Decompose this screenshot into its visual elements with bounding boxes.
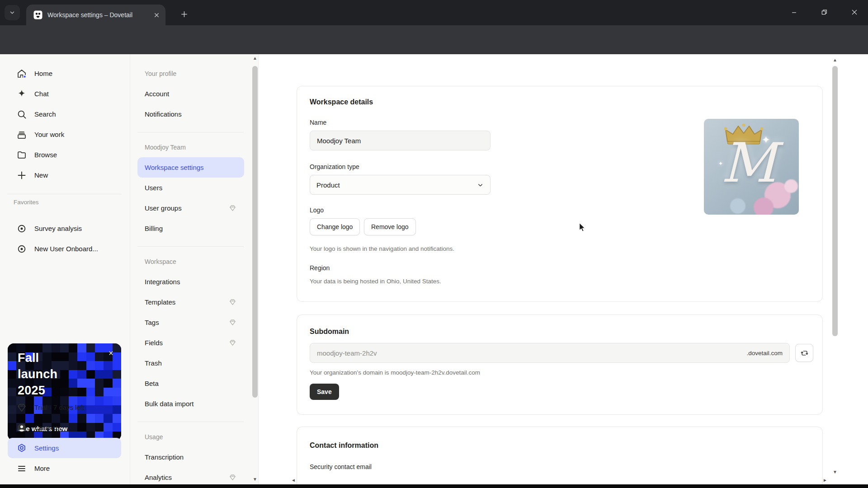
home-icon [16, 68, 27, 79]
sidebar-item-browse[interactable]: Browse [0, 145, 130, 165]
promo-pixel [104, 388, 112, 397]
leaf-decoration [730, 198, 745, 214]
organization-type-label: Organization type [310, 163, 359, 170]
gem-icon [229, 204, 236, 212]
promo-pixel [69, 388, 77, 397]
settings-nav-item-templates[interactable]: Templates [130, 292, 258, 312]
organization-type-select[interactable]: Product [310, 175, 491, 195]
settings-nav-item-account[interactable]: Account [130, 84, 258, 104]
settings-nav-item-beta[interactable]: Beta [130, 373, 258, 394]
settings-nav-item-trash[interactable]: Trash [130, 353, 258, 373]
settings-nav-item-users[interactable]: Users [130, 178, 258, 198]
promo-pixel [8, 379, 16, 388]
settings-nav-item-workspace-settings[interactable]: Workspace settings [137, 157, 244, 178]
promo-pixel [86, 388, 95, 397]
sidebar-item-more[interactable]: More [0, 458, 130, 479]
promo-pixel [104, 370, 112, 379]
promo-pixel [86, 370, 95, 379]
window-close-button[interactable] [845, 5, 863, 20]
sidebar-item-new[interactable]: New [0, 165, 130, 185]
settings-nav-item-integrations[interactable]: Integrations [130, 272, 258, 292]
settings-nav-item-notifications[interactable]: Notifications [130, 104, 258, 124]
main-scroll-left-arrow[interactable]: ◄ [291, 478, 296, 483]
promo-pixel [77, 352, 86, 361]
settings-nav-panel: Your profileAccountNotificationsMoodjoy … [130, 54, 259, 484]
new-tab-button[interactable] [177, 7, 191, 21]
settings-nav-divider [137, 246, 244, 247]
promo-pixel [69, 352, 77, 361]
minimize-icon [791, 9, 797, 16]
promo-pixel [95, 352, 104, 361]
chevron-down-icon [477, 182, 484, 188]
settings-nav-section-moodjoy-team: Moodjoy Team [145, 137, 186, 157]
restore-icon [821, 9, 828, 16]
save-button[interactable]: Save [310, 384, 339, 400]
promo-pixel [77, 388, 86, 397]
promo-close-button[interactable] [106, 348, 116, 358]
close-icon [851, 9, 858, 16]
security-contact-email-label: Security contact email [310, 463, 372, 470]
promo-pixel [69, 343, 77, 352]
promo-pixel [60, 388, 69, 397]
window-restore-button[interactable] [815, 5, 833, 20]
flower-decoration [754, 197, 774, 215]
favorites-section-label: Favorites [14, 199, 39, 206]
promo-pixel [8, 370, 16, 379]
subdomain-input[interactable]: moodjoy-team-2h2v .dovetail.com [310, 343, 790, 363]
main-scrollbar[interactable] [832, 66, 838, 336]
tab-close-icon[interactable] [153, 12, 160, 19]
promo-pixel [77, 343, 86, 352]
settings-nav-item-billing[interactable]: Billing [130, 218, 258, 239]
subdomain-suffix: .dovetail.com [746, 350, 783, 357]
promo-pixel [113, 361, 121, 370]
promo-pixel [86, 352, 95, 361]
settings-nav-section-workspace: Workspace [145, 251, 176, 272]
sidebar-item-trial-7-days-left[interactable]: Trial · 7 days left [0, 397, 130, 418]
settings-nav-item-tags[interactable]: Tags [130, 312, 258, 333]
subdomain-value: moodjoy-team-2h2v [317, 349, 377, 357]
region-help-text: Your data is being hosted in Ohio, Unite… [310, 278, 441, 285]
main-scroll-right-arrow[interactable]: ► [823, 478, 827, 483]
chevron-down-icon [9, 9, 15, 16]
settings-nav-item-transcription[interactable]: Transcription [130, 447, 258, 467]
promo-pixel [104, 361, 112, 370]
browser-tab[interactable]: Workspace settings – Dovetail [26, 5, 165, 25]
settings-icon [16, 443, 27, 454]
sidebar-item-settings[interactable]: Settings [8, 438, 121, 458]
change-logo-button[interactable]: Change logo [310, 218, 360, 235]
settings-nav-item-bulk-data-import[interactable]: Bulk data import [130, 394, 258, 414]
promo-pixel [77, 379, 86, 388]
settings-nav-item-user-groups[interactable]: User groups [130, 198, 258, 218]
plus-icon [16, 170, 27, 181]
promo-pixel [86, 361, 95, 370]
inbox-icon [16, 129, 27, 140]
gem-icon [229, 319, 236, 326]
promo-pixel [77, 361, 86, 370]
snav-scroll-up-arrow[interactable]: ▲ [253, 56, 257, 61]
workspace-name-input[interactable]: Moodjoy Team [310, 131, 491, 150]
promo-title: Fall launch 2025 [18, 350, 57, 399]
sidebar-item-chat[interactable]: Chat [0, 84, 130, 104]
promo-pixel [113, 379, 121, 388]
window-minimize-button[interactable] [785, 5, 803, 20]
sidebar-item-search[interactable]: Search [0, 104, 130, 124]
gem-icon [16, 402, 27, 413]
snav-scroll-down-arrow[interactable]: ▼ [253, 477, 257, 482]
promo-pixel [95, 343, 104, 352]
tab-search-button[interactable] [5, 5, 20, 20]
sidebar-item-contacts[interactable]: Contacts [0, 418, 130, 438]
promo-pixel [8, 361, 16, 370]
promo-pixel [86, 343, 95, 352]
snav-scrollbar[interactable] [252, 66, 258, 398]
sidebar-item-home[interactable]: Home [0, 63, 130, 84]
workspace-logo-image: M ✦ ✦ [704, 119, 799, 215]
copy-domain-button[interactable] [795, 344, 813, 362]
remove-logo-button[interactable]: Remove logo [364, 218, 416, 235]
main-scroll-down-arrow[interactable]: ▼ [833, 470, 837, 474]
copy-icon [800, 349, 809, 357]
favorite-item-new-user-onboard[interactable]: New User Onboard... [0, 239, 130, 259]
favorite-item-survey-analysis[interactable]: Survey analysis [0, 218, 130, 239]
main-scroll-up-arrow[interactable]: ▲ [833, 58, 837, 62]
sidebar-item-your-work[interactable]: Your work [0, 124, 130, 145]
settings-nav-item-fields[interactable]: Fields [130, 333, 258, 353]
